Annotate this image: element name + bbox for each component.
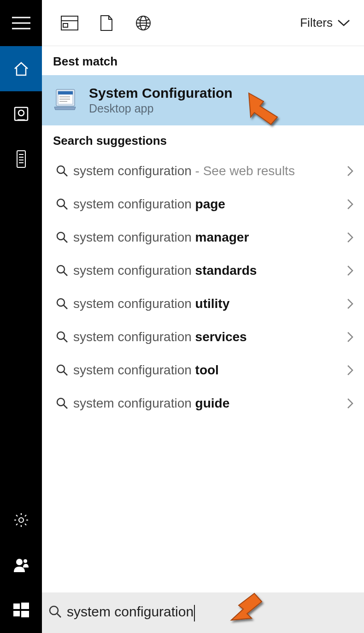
svg-rect-20 [63,24,68,27]
chevron-right-icon [340,265,354,277]
suggestion-label: system configuration tool [73,363,340,378]
svg-rect-14 [13,603,20,609]
search-suggestions-list: system configuration - See web resultssy… [42,154,364,420]
chevron-right-icon [340,231,354,243]
svg-line-35 [64,239,67,243]
scope-web-icon[interactable] [125,0,162,46]
svg-rect-6 [17,151,25,167]
svg-point-4 [18,110,24,116]
svg-point-40 [57,332,65,339]
svg-rect-16 [13,611,20,616]
search-icon [51,364,73,377]
svg-line-45 [64,405,67,408]
hamburger-menu-button[interactable] [0,0,42,46]
search-suggestion[interactable]: system configuration utility [42,287,364,320]
sidebar-user[interactable] [0,543,42,588]
svg-point-32 [57,199,65,207]
chevron-right-icon [340,298,354,310]
svg-point-44 [57,398,65,406]
chevron-right-icon [340,165,354,177]
svg-point-13 [23,559,27,563]
svg-line-41 [64,338,67,342]
system-configuration-icon [51,86,80,115]
suggestion-label: system configuration services [73,330,340,344]
search-suggestions-header: Search suggestions [42,125,364,154]
svg-line-33 [64,206,67,209]
scope-apps-icon[interactable] [51,0,88,46]
chevron-right-icon [340,397,354,409]
svg-point-12 [16,559,23,565]
svg-point-36 [57,266,65,273]
svg-rect-17 [21,611,29,617]
svg-point-46 [50,606,58,615]
suggestion-label: system configuration standards [73,263,340,278]
chevron-right-icon [340,331,354,343]
svg-rect-3 [15,107,28,120]
best-match-header: Best match [42,46,364,75]
suggestion-label: system configuration page [73,197,340,212]
search-suggestion[interactable]: system configuration services [42,320,364,354]
text-cursor [194,605,195,621]
search-suggestion[interactable]: system configuration standards [42,254,364,287]
best-match-subtitle: Desktop app [89,102,233,115]
search-icon [51,331,73,343]
search-suggestion[interactable]: system configuration - See web results [42,154,364,188]
search-results-panel: Filters Best match [42,0,364,633]
svg-line-37 [64,272,67,276]
search-query-text: system configuration [67,604,195,621]
start-sidebar [0,0,42,633]
svg-line-39 [64,305,67,309]
svg-rect-26 [58,91,73,95]
scope-documents-icon[interactable] [88,0,125,46]
suggestion-label: system configuration utility [73,296,340,311]
start-button[interactable] [0,588,42,633]
svg-line-47 [57,614,61,617]
best-match-title: System Configuration [89,85,233,101]
svg-rect-15 [21,603,29,609]
svg-line-43 [64,372,67,375]
search-icon [48,605,62,621]
svg-point-11 [19,518,23,522]
best-match-result[interactable]: System Configuration Desktop app [42,75,364,125]
svg-point-42 [57,365,65,373]
search-icon [51,231,73,244]
search-suggestion[interactable]: system configuration manager [42,221,364,254]
sidebar-settings[interactable] [0,497,42,543]
search-scope-bar: Filters [42,0,364,46]
suggestion-label: system configuration guide [73,396,340,411]
sidebar-home[interactable] [0,46,42,91]
chevron-right-icon [340,364,354,376]
svg-line-31 [64,172,67,176]
chevron-right-icon [340,198,354,210]
svg-point-34 [57,232,65,240]
search-suggestion[interactable]: system configuration page [42,188,364,221]
suggestion-label: system configuration manager [73,230,340,245]
chevron-down-icon [337,19,350,27]
search-box[interactable]: system configuration [42,592,364,633]
search-suggestion[interactable]: system configuration tool [42,354,364,387]
search-icon [51,397,73,410]
sidebar-photos[interactable] [0,91,42,136]
suggestion-label: system configuration - See web results [73,164,340,178]
svg-point-38 [57,299,65,306]
search-icon [51,165,73,177]
search-suggestion[interactable]: system configuration guide [42,387,364,420]
search-icon [51,198,73,211]
filters-dropdown[interactable]: Filters [300,16,355,30]
search-icon [51,297,73,310]
filters-label: Filters [300,16,333,30]
svg-point-30 [57,166,65,173]
sidebar-remote[interactable] [0,136,42,182]
search-icon [51,264,73,277]
